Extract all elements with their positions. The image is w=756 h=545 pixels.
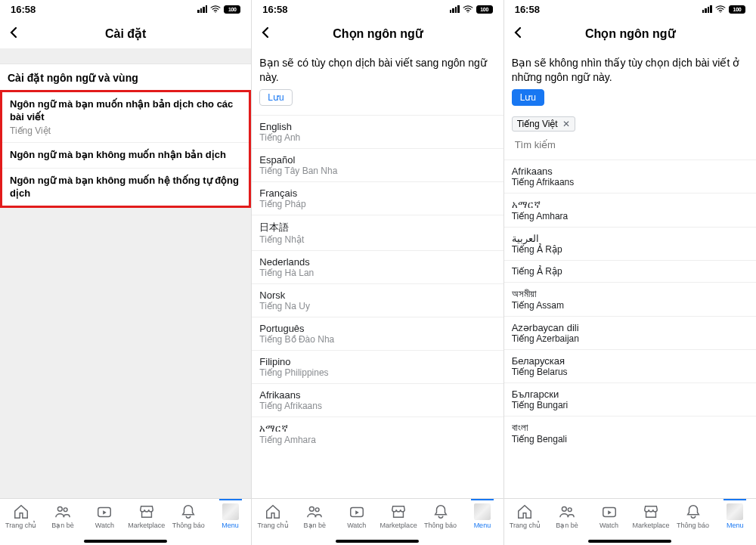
tab-marketplace[interactable]: Marketplace (631, 503, 671, 529)
language-option[interactable]: Azərbaycan diliTiếng Azerbaijan (504, 316, 756, 349)
svg-point-0 (215, 11, 216, 12)
section-header: Cài đặt ngôn ngữ và vùng (0, 63, 251, 90)
language-native: Filipino (259, 356, 495, 367)
description-text: Bạn sẽ có tùy chọn dịch bài viết sang ng… (252, 48, 503, 89)
language-native: 日本語 (259, 221, 495, 234)
language-native: አማርኛ (259, 423, 495, 435)
header: Cài đặt (0, 18, 251, 48)
tab-menu[interactable]: Menu (715, 503, 755, 529)
language-option[interactable]: FilipinoTiếng Philippines (252, 350, 503, 383)
language-localized: Tiếng Anh (259, 132, 495, 143)
status-bar: 16:58 100 (504, 0, 756, 18)
language-localized: Tiếng Nhật (259, 234, 495, 245)
svg-point-10 (568, 508, 572, 512)
home-indicator (588, 540, 671, 543)
language-option[interactable]: العربيةTiếng Ả Rập (504, 227, 756, 260)
language-localized: Tiếng Tây Ban Nha (259, 166, 495, 176)
language-localized: Tiếng Afrikaans (259, 401, 495, 411)
option-translate-to[interactable]: Ngôn ngữ mà bạn muốn nhận bản dịch cho c… (2, 92, 249, 143)
battery-icon: 100 (476, 5, 493, 14)
tab-watch[interactable]: Watch (589, 503, 629, 529)
remove-chip-icon[interactable]: ✕ (562, 119, 570, 129)
tab-home[interactable]: Trang chủ (505, 503, 545, 529)
tab-bar: Trang chủ Bạn bè Watch Marketplace Thông… (504, 498, 756, 545)
tab-menu[interactable]: Menu (210, 503, 250, 529)
language-option[interactable]: Tiếng Ả Rập (504, 260, 756, 282)
language-native: አማርኛ (512, 199, 748, 211)
tab-menu[interactable]: Menu (462, 503, 502, 529)
signal-icon (702, 5, 712, 13)
selected-language-chip[interactable]: Tiếng Việt ✕ (512, 116, 575, 132)
language-localized: Tiếng Amhara (259, 435, 495, 445)
tab-bar: Trang chủ Bạn bè Watch Marketplace Thông… (252, 498, 503, 545)
tab-friends[interactable]: Bạn bè (547, 503, 587, 529)
language-list[interactable]: AfrikaansTiếng AfrikaansአማርኛTiếng Amhara… (504, 159, 756, 450)
language-option[interactable]: FrançaisTiếng Pháp (252, 181, 503, 215)
search-field[interactable] (504, 136, 756, 159)
language-option[interactable]: NederlandsTiếng Hà Lan (252, 250, 503, 283)
tab-watch[interactable]: Watch (85, 503, 125, 529)
language-option[interactable]: PortuguêsTiếng Bồ Đào Nha (252, 317, 503, 350)
language-option[interactable]: NorskTiếng Na Uy (252, 283, 503, 317)
language-option[interactable]: AfrikaansTiếng Afrikaans (504, 159, 756, 193)
tab-friends[interactable]: Bạn bè (295, 503, 335, 529)
search-input[interactable] (512, 136, 748, 153)
status-time: 16:58 (262, 4, 287, 15)
language-list[interactable]: EnglishTiếng AnhEspañolTiếng Tây Ban Nha… (252, 115, 503, 451)
language-option[interactable]: বাংলাTiếng Bengali (504, 416, 756, 450)
save-button[interactable]: Lưu (259, 89, 292, 106)
language-native: Български (512, 389, 748, 400)
option-no-auto-translate[interactable]: Ngôn ngữ mà bạn không muốn hệ thống tự đ… (2, 169, 249, 206)
language-option[interactable]: አማርኛTiếng Amhara (252, 416, 503, 451)
language-native: Nederlands (259, 256, 495, 268)
language-option[interactable]: 日本語Tiếng Nhật (252, 215, 503, 250)
language-option[interactable]: БеларускаяTiếng Belarus (504, 349, 756, 382)
language-native: Español (259, 154, 495, 166)
battery-icon: 100 (224, 5, 240, 14)
language-native: Norsk (259, 290, 495, 301)
option-no-translate[interactable]: Ngôn ngữ mà bạn không muốn nhận bản dịch (2, 143, 249, 169)
battery-icon: 100 (729, 5, 745, 14)
status-time: 16:58 (515, 4, 540, 15)
svg-point-4 (467, 11, 468, 12)
svg-point-9 (562, 506, 566, 511)
tab-home[interactable]: Trang chủ (253, 503, 293, 529)
tab-notifications[interactable]: Thông báo (169, 503, 209, 529)
tab-home[interactable]: Trang chủ (1, 503, 41, 529)
language-localized: Tiếng Azerbaijan (512, 333, 748, 344)
language-localized: Tiếng Assam (512, 300, 748, 311)
back-button[interactable] (259, 23, 277, 43)
back-button[interactable] (8, 23, 26, 43)
back-button[interactable] (512, 23, 530, 43)
language-option[interactable]: EspañolTiếng Tây Ban Nha (252, 148, 503, 181)
page-title: Chọn ngôn ngữ (252, 26, 503, 41)
language-option[interactable]: አማርኛTiếng Amhara (504, 193, 756, 227)
wifi-icon (715, 5, 726, 14)
header: Chọn ngôn ngữ (252, 18, 503, 48)
option-value: Tiếng Việt (10, 125, 241, 136)
language-localized: Tiếng Amhara (512, 211, 748, 221)
tab-friends[interactable]: Bạn bè (42, 503, 82, 529)
language-option[interactable]: অসমীয়াTiếng Assam (504, 282, 756, 316)
home-indicator (84, 540, 167, 543)
language-option[interactable]: EnglishTiếng Anh (252, 115, 503, 148)
language-native: Português (259, 323, 495, 334)
language-localized: Tiếng Na Uy (259, 301, 495, 311)
tab-marketplace[interactable]: Marketplace (379, 503, 419, 529)
option-label: Ngôn ngữ mà bạn không muốn nhận bản dịch (10, 149, 241, 162)
svg-point-5 (310, 506, 314, 511)
tab-marketplace[interactable]: Marketplace (126, 503, 166, 529)
menu-icon (727, 503, 743, 520)
option-label: Ngôn ngữ mà bạn không muốn hệ thống tự đ… (10, 175, 241, 200)
language-localized: Tiếng Bengali (512, 434, 748, 444)
language-localized: Tiếng Pháp (259, 199, 495, 209)
language-option[interactable]: AfrikaansTiếng Afrikaans (252, 383, 503, 416)
svg-point-8 (720, 11, 720, 12)
save-button[interactable]: Lưu (512, 89, 544, 106)
tab-notifications[interactable]: Thông báo (420, 503, 460, 529)
tab-watch[interactable]: Watch (336, 503, 376, 529)
language-native: Français (259, 187, 495, 199)
tab-notifications[interactable]: Thông báo (673, 503, 713, 529)
language-native: Беларуская (512, 355, 748, 367)
language-option[interactable]: БългарскиTiếng Bungari (504, 382, 756, 416)
